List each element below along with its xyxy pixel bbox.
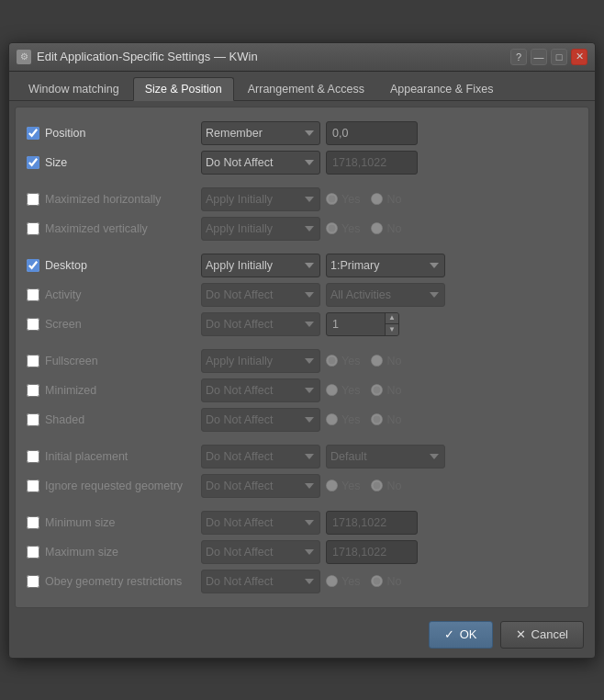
cancel-button[interactable]: ✕ Cancel bbox=[500, 621, 584, 649]
initial-placement-checkbox[interactable] bbox=[27, 450, 39, 463]
maximized-h-no-radio bbox=[371, 193, 383, 205]
ok-label: OK bbox=[460, 627, 477, 641]
tab-bar: Window matching Size & Position Arrangem… bbox=[9, 72, 595, 101]
obey-geometry-label[interactable]: Obey geometry restrictions bbox=[27, 575, 201, 588]
activity-controls: Do Not Affect Apply Initially Force All … bbox=[201, 283, 577, 307]
screen-spinbox-input bbox=[327, 318, 385, 331]
minimum-size-checkbox[interactable] bbox=[27, 516, 39, 529]
desktop-label[interactable]: Desktop bbox=[27, 259, 201, 272]
minimized-checkbox[interactable] bbox=[27, 384, 39, 397]
activity-label[interactable]: Activity bbox=[27, 288, 201, 301]
maximized-h-dropdown: Apply Initially Do Not Affect Force bbox=[201, 187, 320, 211]
shaded-radio: Yes No bbox=[326, 413, 401, 426]
maximum-size-controls: Do Not Affect Apply Initially Force bbox=[201, 540, 577, 564]
maximized-v-checkbox[interactable] bbox=[27, 222, 39, 235]
shaded-yes-radio bbox=[326, 413, 338, 425]
ignore-geometry-dropdown: Do Not Affect Apply Initially Force bbox=[201, 474, 320, 498]
maximized-v-label[interactable]: Maximized vertically bbox=[27, 222, 201, 235]
fullscreen-checkbox[interactable] bbox=[27, 355, 39, 367]
row-ignore-geometry: Ignore requested geometry Do Not Affect … bbox=[27, 471, 577, 501]
size-value bbox=[326, 151, 418, 175]
maximize-button[interactable]: □ bbox=[551, 49, 567, 65]
row-desktop: Desktop Apply Initially Do Not Affect Fo… bbox=[27, 251, 577, 280]
minimized-controls: Do Not Affect Apply Initially Force Yes … bbox=[201, 378, 577, 402]
fullscreen-label[interactable]: Fullscreen bbox=[27, 355, 201, 367]
initial-placement-label[interactable]: Initial placement bbox=[27, 450, 201, 463]
shaded-label[interactable]: Shaded bbox=[27, 413, 201, 426]
ignore-geometry-label[interactable]: Ignore requested geometry bbox=[27, 480, 201, 492]
maximized-h-radio: Yes No bbox=[326, 193, 401, 206]
screen-spinbox-up[interactable]: ▲ bbox=[386, 313, 398, 325]
ignore-geometry-no-radio bbox=[371, 480, 383, 491]
row-shaded: Shaded Do Not Affect Apply Initially For… bbox=[27, 405, 577, 435]
shaded-dropdown: Do Not Affect Apply Initially Force bbox=[201, 408, 320, 432]
minimum-size-value bbox=[326, 511, 418, 535]
cancel-label: Cancel bbox=[531, 627, 568, 641]
maximized-v-yes-radio bbox=[326, 222, 338, 234]
size-dropdown[interactable]: Do Not Affect Apply Initially Remember F… bbox=[201, 151, 320, 175]
obey-geometry-controls: Do Not Affect Apply Initially Force Yes … bbox=[201, 570, 577, 593]
minimum-size-label[interactable]: Minimum size bbox=[27, 516, 201, 529]
separator-5 bbox=[27, 501, 577, 508]
fullscreen-radio: Yes No bbox=[326, 355, 401, 367]
tab-appearance-fixes[interactable]: Appearance & Fixes bbox=[378, 77, 506, 100]
screen-spinbox-btns: ▲ ▼ bbox=[385, 313, 398, 335]
maximum-size-dropdown: Do Not Affect Apply Initially Force bbox=[201, 540, 320, 564]
maximized-h-yes-radio bbox=[326, 193, 338, 205]
activity-dropdown: Do Not Affect Apply Initially Force bbox=[201, 283, 320, 307]
window-title: Edit Application-Specific Settings — KWi… bbox=[37, 50, 258, 63]
row-position: Position Remember Do Not Affect Apply In… bbox=[27, 119, 577, 148]
maximized-h-controls: Apply Initially Do Not Affect Force Yes … bbox=[201, 187, 577, 211]
screen-label[interactable]: Screen bbox=[27, 318, 201, 331]
minimum-size-controls: Do Not Affect Apply Initially Force bbox=[201, 511, 577, 535]
position-checkbox[interactable] bbox=[27, 127, 39, 140]
main-window: ⚙ Edit Application-Specific Settings — K… bbox=[8, 42, 596, 659]
titlebar-controls: ? — □ ✕ bbox=[510, 49, 587, 65]
initial-placement-controls: Do Not Affect Apply Initially Force Defa… bbox=[201, 445, 577, 469]
close-button[interactable]: ✕ bbox=[571, 49, 587, 65]
minimized-label[interactable]: Minimized bbox=[27, 384, 201, 397]
separator-4 bbox=[27, 435, 577, 442]
maximum-size-label[interactable]: Maximum size bbox=[27, 546, 201, 559]
cancel-icon: ✕ bbox=[516, 627, 526, 641]
row-minimum-size: Minimum size Do Not Affect Apply Initial… bbox=[27, 508, 577, 537]
row-maximum-size: Maximum size Do Not Affect Apply Initial… bbox=[27, 537, 577, 567]
maximized-h-label[interactable]: Maximized horizontally bbox=[27, 193, 201, 206]
screen-controls: Do Not Affect Apply Initially Force ▲ ▼ bbox=[201, 312, 577, 336]
tab-arrangement-access[interactable]: Arrangement & Access bbox=[236, 77, 376, 100]
activity-value-dropdown: All Activities bbox=[326, 283, 445, 307]
minimize-button[interactable]: — bbox=[531, 49, 547, 65]
desktop-value-dropdown[interactable]: 1:Primary 2:Secondary bbox=[326, 254, 445, 277]
maximum-size-checkbox[interactable] bbox=[27, 546, 39, 559]
help-button[interactable]: ? bbox=[510, 49, 527, 65]
position-label[interactable]: Position bbox=[27, 127, 201, 140]
obey-geometry-checkbox[interactable] bbox=[27, 575, 39, 588]
position-dropdown[interactable]: Remember Do Not Affect Apply Initially F… bbox=[201, 121, 320, 145]
size-checkbox[interactable] bbox=[27, 156, 39, 169]
maximized-h-checkbox[interactable] bbox=[27, 193, 39, 206]
separator-3 bbox=[27, 339, 577, 346]
tab-size-position[interactable]: Size & Position bbox=[133, 77, 234, 101]
screen-spinbox-down[interactable]: ▼ bbox=[386, 324, 398, 335]
ignore-geometry-checkbox[interactable] bbox=[27, 480, 39, 492]
ok-button[interactable]: ✓ OK bbox=[429, 621, 493, 649]
tab-window-matching[interactable]: Window matching bbox=[17, 77, 131, 100]
fullscreen-yes-radio bbox=[326, 355, 338, 367]
desktop-dropdown[interactable]: Apply Initially Do Not Affect Force bbox=[201, 254, 320, 277]
shaded-checkbox[interactable] bbox=[27, 413, 39, 426]
desktop-checkbox[interactable] bbox=[27, 259, 39, 272]
position-controls: Remember Do Not Affect Apply Initially F… bbox=[201, 121, 577, 145]
fullscreen-controls: Apply Initially Do Not Affect Force Yes … bbox=[201, 349, 577, 373]
titlebar: ⚙ Edit Application-Specific Settings — K… bbox=[9, 43, 595, 72]
maximized-v-dropdown: Apply Initially Do Not Affect Force bbox=[201, 217, 320, 241]
fullscreen-no-radio bbox=[371, 355, 383, 367]
titlebar-left: ⚙ Edit Application-Specific Settings — K… bbox=[17, 50, 258, 64]
row-size: Size Do Not Affect Apply Initially Remem… bbox=[27, 148, 577, 177]
ignore-geometry-controls: Do Not Affect Apply Initially Force Yes … bbox=[201, 474, 577, 498]
ignore-geometry-radio: Yes No bbox=[326, 480, 401, 492]
position-value[interactable] bbox=[326, 121, 418, 145]
size-label[interactable]: Size bbox=[27, 156, 201, 169]
activity-checkbox[interactable] bbox=[27, 288, 39, 301]
screen-checkbox[interactable] bbox=[27, 318, 39, 331]
obey-geometry-radio: Yes No bbox=[326, 575, 401, 588]
